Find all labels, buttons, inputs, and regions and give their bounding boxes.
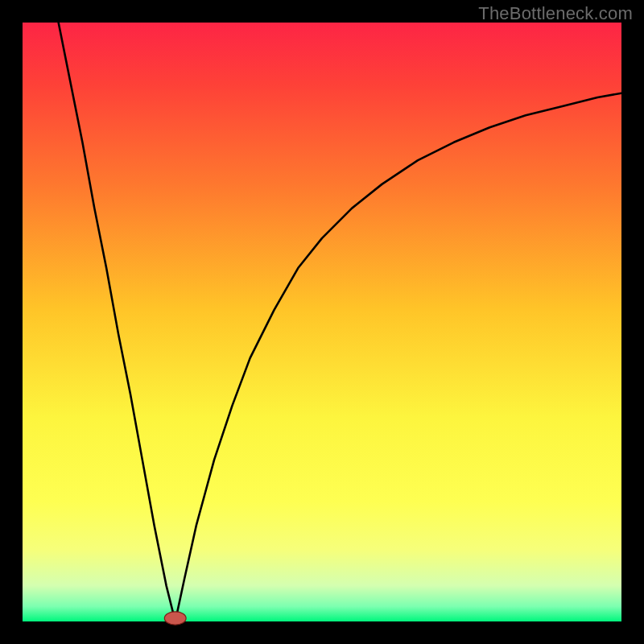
gradient-background [23,23,621,621]
bottleneck-chart [0,0,644,644]
chart-frame: TheBottleneck.com [0,0,644,644]
optimal-marker [164,612,186,625]
watermark-text: TheBottleneck.com [478,3,633,24]
